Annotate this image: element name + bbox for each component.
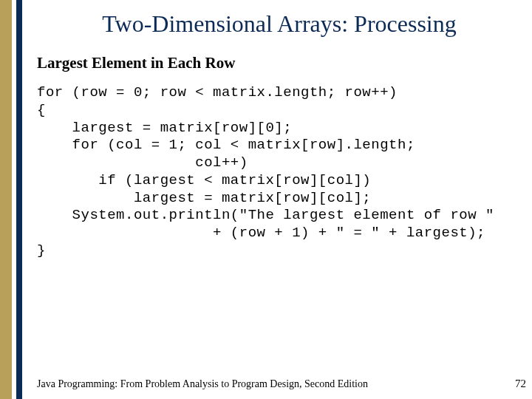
code-line: col++)	[37, 154, 248, 171]
page-number: 72	[515, 378, 526, 390]
code-line: largest = matrix[row][0];	[37, 120, 292, 136]
slide-footer: Java Programming: From Problem Analysis …	[37, 378, 526, 390]
code-line: for (col = 1; col < matrix[row].length;	[37, 137, 415, 153]
section-subtitle: Largest Element in Each Row	[37, 54, 532, 72]
slide-content: Two-Dimensional Arrays: Processing Large…	[27, 0, 532, 399]
code-line: System.out.println("The largest element …	[37, 207, 494, 223]
code-line: }	[37, 242, 46, 259]
left-accent-stripe	[0, 0, 22, 399]
stripe-gold	[0, 0, 12, 399]
code-line: + (row + 1) + " = " + largest);	[37, 225, 485, 241]
code-line: if (largest < matrix[row][col])	[37, 172, 371, 188]
footer-text: Java Programming: From Problem Analysis …	[37, 378, 368, 390]
code-line: for (row = 0; row < matrix.length; row++…	[37, 84, 398, 100]
code-line: {	[37, 102, 46, 118]
stripe-navy	[16, 0, 22, 399]
code-block: for (row = 0; row < matrix.length; row++…	[37, 84, 532, 260]
page-title: Two-Dimensional Arrays: Processing	[27, 10, 532, 38]
code-line: largest = matrix[row][col];	[37, 190, 371, 206]
